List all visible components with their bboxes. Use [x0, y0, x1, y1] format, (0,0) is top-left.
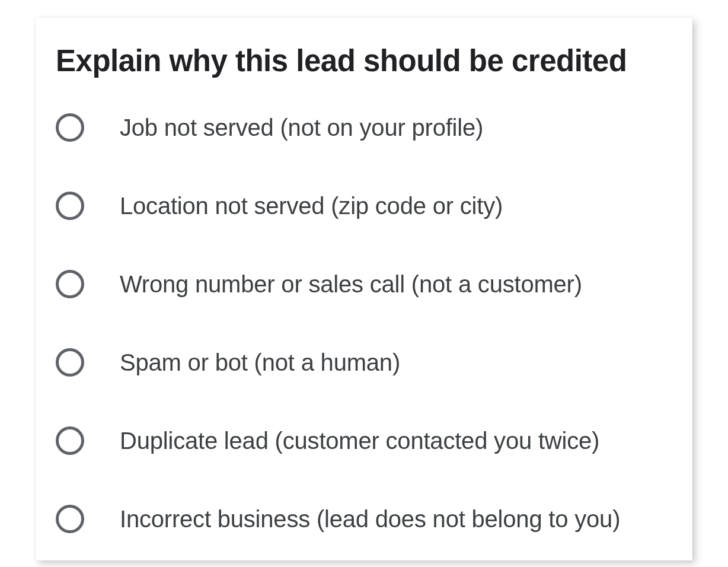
option-incorrect-business[interactable]: Incorrect business (lead does not belong…: [56, 480, 672, 534]
option-wrong-number[interactable]: Wrong number or sales call (not a custom…: [56, 245, 672, 323]
radio-icon: [56, 505, 84, 533]
option-label: Job not served (not on your profile): [120, 112, 483, 143]
card-title: Explain why this lead should be credited: [56, 44, 672, 79]
radio-icon: [56, 426, 84, 455]
option-label: Location not served (zip code or city): [120, 190, 503, 221]
options-list: Job not served (not on your profile) Loc…: [56, 101, 672, 534]
radio-icon: [56, 113, 84, 142]
option-spam-or-bot[interactable]: Spam or bot (not a human): [56, 323, 672, 402]
option-label: Duplicate lead (customer contacted you t…: [120, 425, 599, 456]
lead-credit-card: Explain why this lead should be credited…: [36, 18, 692, 560]
radio-icon: [56, 192, 84, 220]
option-label: Spam or bot (not a human): [120, 347, 400, 378]
option-job-not-served[interactable]: Job not served (not on your profile): [56, 101, 672, 167]
radio-icon: [56, 348, 84, 377]
option-location-not-served[interactable]: Location not served (zip code or city): [56, 167, 672, 245]
option-label: Wrong number or sales call (not a custom…: [120, 269, 582, 300]
radio-icon: [56, 270, 84, 298]
option-label: Incorrect business (lead does not belong…: [120, 504, 620, 534]
option-duplicate-lead[interactable]: Duplicate lead (customer contacted you t…: [56, 402, 672, 480]
